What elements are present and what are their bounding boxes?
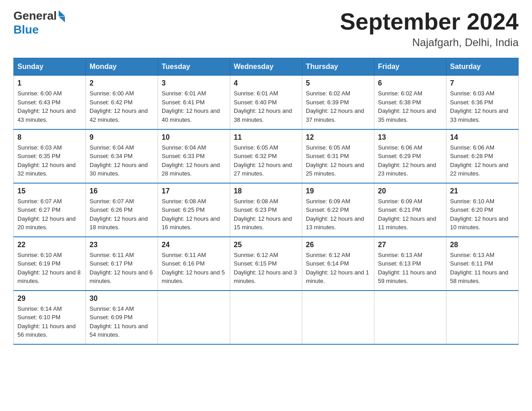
weekday-header-friday: Friday xyxy=(374,58,446,76)
day-info-9: Sunrise: 6:04 AMSunset: 6:34 PMDaylight:… xyxy=(90,143,154,178)
day-info-30: Sunrise: 6:14 AMSunset: 6:09 PMDaylight:… xyxy=(90,304,154,339)
day-info-27: Sunrise: 6:13 AMSunset: 6:13 PMDaylight:… xyxy=(378,251,442,286)
day-info-18: Sunrise: 6:08 AMSunset: 6:23 PMDaylight:… xyxy=(234,197,298,232)
day-cell-13: 13Sunrise: 6:06 AMSunset: 6:29 PMDayligh… xyxy=(374,129,446,183)
day-info-26: Sunrise: 6:12 AMSunset: 6:14 PMDaylight:… xyxy=(306,251,370,286)
day-cell-9: 9Sunrise: 6:04 AMSunset: 6:34 PMDaylight… xyxy=(86,129,158,183)
header: General Blue September 2024 Najafgarh, D… xyxy=(13,9,519,49)
day-number-13: 13 xyxy=(378,133,442,141)
week-row-4: 22Sunrise: 6:10 AMSunset: 6:19 PMDayligh… xyxy=(14,237,519,291)
day-number-19: 19 xyxy=(306,187,370,195)
day-info-8: Sunrise: 6:03 AMSunset: 6:35 PMDaylight:… xyxy=(17,143,82,178)
day-cell-28: 28Sunrise: 6:13 AMSunset: 6:11 PMDayligh… xyxy=(446,237,519,291)
day-number-9: 9 xyxy=(90,133,154,141)
day-number-18: 18 xyxy=(234,187,298,195)
day-cell-16: 16Sunrise: 6:07 AMSunset: 6:26 PMDayligh… xyxy=(86,183,158,237)
day-number-4: 4 xyxy=(234,79,298,87)
day-info-7: Sunrise: 6:03 AMSunset: 6:36 PMDaylight:… xyxy=(450,89,515,124)
day-cell-17: 17Sunrise: 6:08 AMSunset: 6:25 PMDayligh… xyxy=(158,183,230,237)
day-number-12: 12 xyxy=(306,133,370,141)
week-row-3: 15Sunrise: 6:07 AMSunset: 6:27 PMDayligh… xyxy=(14,183,519,237)
day-cell-27: 27Sunrise: 6:13 AMSunset: 6:13 PMDayligh… xyxy=(374,237,446,291)
day-info-16: Sunrise: 6:07 AMSunset: 6:26 PMDaylight:… xyxy=(90,197,154,232)
day-number-2: 2 xyxy=(90,79,154,87)
day-cell-5: 5Sunrise: 6:02 AMSunset: 6:39 PMDaylight… xyxy=(302,76,374,129)
day-info-29: Sunrise: 6:14 AMSunset: 6:10 PMDaylight:… xyxy=(17,304,82,339)
day-info-12: Sunrise: 6:05 AMSunset: 6:31 PMDaylight:… xyxy=(306,143,370,178)
day-cell-3: 3Sunrise: 6:01 AMSunset: 6:41 PMDaylight… xyxy=(158,76,230,129)
title-area: September 2024 Najafgarh, Delhi, India xyxy=(340,9,519,49)
day-number-7: 7 xyxy=(450,79,515,87)
day-number-14: 14 xyxy=(450,133,515,141)
day-cell-6: 6Sunrise: 6:02 AMSunset: 6:38 PMDaylight… xyxy=(374,76,446,129)
weekday-header-saturday: Saturday xyxy=(446,58,519,76)
day-cell-11: 11Sunrise: 6:05 AMSunset: 6:32 PMDayligh… xyxy=(230,129,302,183)
day-info-20: Sunrise: 6:09 AMSunset: 6:21 PMDaylight:… xyxy=(378,197,442,232)
day-info-10: Sunrise: 6:04 AMSunset: 6:33 PMDaylight:… xyxy=(162,143,226,178)
day-number-25: 25 xyxy=(234,241,298,249)
day-info-25: Sunrise: 6:12 AMSunset: 6:15 PMDaylight:… xyxy=(234,251,298,286)
weekday-header-sunday: Sunday xyxy=(14,58,86,76)
day-cell-8: 8Sunrise: 6:03 AMSunset: 6:35 PMDaylight… xyxy=(14,129,86,183)
day-cell-2: 2Sunrise: 6:00 AMSunset: 6:42 PMDaylight… xyxy=(86,76,158,129)
week-row-2: 8Sunrise: 6:03 AMSunset: 6:35 PMDaylight… xyxy=(14,129,519,183)
day-info-4: Sunrise: 6:01 AMSunset: 6:40 PMDaylight:… xyxy=(234,89,298,124)
location-title: Najafgarh, Delhi, India xyxy=(340,36,519,49)
day-cell-26: 26Sunrise: 6:12 AMSunset: 6:14 PMDayligh… xyxy=(302,237,374,291)
day-number-1: 1 xyxy=(17,79,82,87)
day-info-28: Sunrise: 6:13 AMSunset: 6:11 PMDaylight:… xyxy=(450,251,515,286)
day-number-21: 21 xyxy=(450,187,515,195)
day-cell-1: 1Sunrise: 6:00 AMSunset: 6:43 PMDaylight… xyxy=(14,76,86,129)
day-number-26: 26 xyxy=(306,241,370,249)
day-info-11: Sunrise: 6:05 AMSunset: 6:32 PMDaylight:… xyxy=(234,143,298,178)
day-cell-25: 25Sunrise: 6:12 AMSunset: 6:15 PMDayligh… xyxy=(230,237,302,291)
day-cell-4: 4Sunrise: 6:01 AMSunset: 6:40 PMDaylight… xyxy=(230,76,302,129)
day-cell-15: 15Sunrise: 6:07 AMSunset: 6:27 PMDayligh… xyxy=(14,183,86,237)
empty-cell xyxy=(158,291,230,344)
empty-cell xyxy=(230,291,302,344)
week-row-1: 1Sunrise: 6:00 AMSunset: 6:43 PMDaylight… xyxy=(14,76,519,129)
day-cell-20: 20Sunrise: 6:09 AMSunset: 6:21 PMDayligh… xyxy=(374,183,446,237)
calendar-table: SundayMondayTuesdayWednesdayThursdayFrid… xyxy=(13,58,519,345)
empty-cell xyxy=(446,291,519,344)
logo-text-blue: Blue xyxy=(13,23,39,37)
day-info-21: Sunrise: 6:10 AMSunset: 6:20 PMDaylight:… xyxy=(450,197,515,232)
day-number-20: 20 xyxy=(378,187,442,195)
week-row-5: 29Sunrise: 6:14 AMSunset: 6:10 PMDayligh… xyxy=(14,291,519,344)
day-cell-23: 23Sunrise: 6:11 AMSunset: 6:17 PMDayligh… xyxy=(86,237,158,291)
day-cell-12: 12Sunrise: 6:05 AMSunset: 6:31 PMDayligh… xyxy=(302,129,374,183)
weekday-header-thursday: Thursday xyxy=(302,58,374,76)
day-cell-30: 30Sunrise: 6:14 AMSunset: 6:09 PMDayligh… xyxy=(86,291,158,344)
day-info-5: Sunrise: 6:02 AMSunset: 6:39 PMDaylight:… xyxy=(306,89,370,124)
day-number-16: 16 xyxy=(90,187,154,195)
day-info-6: Sunrise: 6:02 AMSunset: 6:38 PMDaylight:… xyxy=(378,89,442,124)
weekday-header-wednesday: Wednesday xyxy=(230,58,302,76)
day-number-10: 10 xyxy=(162,133,226,141)
weekday-header-tuesday: Tuesday xyxy=(158,58,230,76)
day-info-19: Sunrise: 6:09 AMSunset: 6:22 PMDaylight:… xyxy=(306,197,370,232)
day-cell-14: 14Sunrise: 6:06 AMSunset: 6:28 PMDayligh… xyxy=(446,129,519,183)
day-info-1: Sunrise: 6:00 AMSunset: 6:43 PMDaylight:… xyxy=(17,89,82,124)
weekday-header-monday: Monday xyxy=(86,58,158,76)
day-info-15: Sunrise: 6:07 AMSunset: 6:27 PMDaylight:… xyxy=(17,197,82,232)
weekday-header-row: SundayMondayTuesdayWednesdayThursdayFrid… xyxy=(14,58,519,76)
day-number-5: 5 xyxy=(306,79,370,87)
day-number-6: 6 xyxy=(378,79,442,87)
logo: General Blue xyxy=(13,9,65,37)
day-number-27: 27 xyxy=(378,241,442,249)
day-number-17: 17 xyxy=(162,187,226,195)
day-info-24: Sunrise: 6:11 AMSunset: 6:16 PMDaylight:… xyxy=(162,251,226,286)
day-cell-18: 18Sunrise: 6:08 AMSunset: 6:23 PMDayligh… xyxy=(230,183,302,237)
day-info-3: Sunrise: 6:01 AMSunset: 6:41 PMDaylight:… xyxy=(162,89,226,124)
day-number-22: 22 xyxy=(17,241,82,249)
day-cell-29: 29Sunrise: 6:14 AMSunset: 6:10 PMDayligh… xyxy=(14,291,86,344)
day-number-15: 15 xyxy=(17,187,82,195)
day-number-3: 3 xyxy=(162,79,226,87)
day-info-17: Sunrise: 6:08 AMSunset: 6:25 PMDaylight:… xyxy=(162,197,226,232)
day-info-2: Sunrise: 6:00 AMSunset: 6:42 PMDaylight:… xyxy=(90,89,154,124)
day-number-30: 30 xyxy=(90,295,154,303)
day-info-14: Sunrise: 6:06 AMSunset: 6:28 PMDaylight:… xyxy=(450,143,515,178)
day-cell-10: 10Sunrise: 6:04 AMSunset: 6:33 PMDayligh… xyxy=(158,129,230,183)
day-number-24: 24 xyxy=(162,241,226,249)
day-number-11: 11 xyxy=(234,133,298,141)
